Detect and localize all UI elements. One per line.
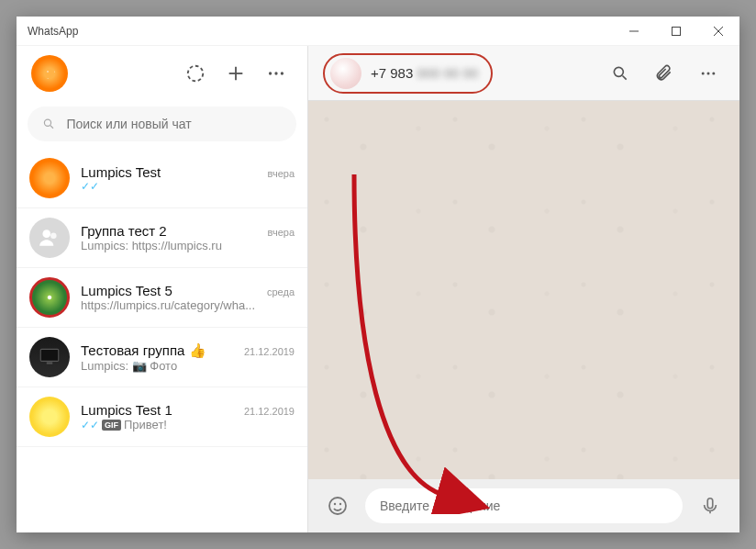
conversation-header: +7 983 000 00 00 [308, 46, 739, 101]
emoji-icon[interactable] [321, 489, 354, 522]
chat-list: Lumpics Test вчера ✓✓ Группа тест 2 вчер… [17, 149, 307, 532]
message-input-wrap[interactable] [365, 488, 683, 523]
svg-rect-1 [673, 27, 681, 35]
chat-time: среда [267, 286, 295, 297]
chat-item[interactable]: Тестовая группа 👍 21.12.2019 Lumpics: 📷 … [17, 328, 307, 387]
contact-number: +7 983 000 00 00 [371, 65, 478, 81]
chat-name: Тестовая группа 👍 [81, 342, 206, 359]
svg-rect-24 [707, 499, 713, 509]
gif-badge: GIF [102, 420, 121, 431]
titlebar: WhatsApp [17, 17, 739, 46]
read-ticks-icon: ✓✓ [81, 419, 99, 431]
chat-avatar [29, 218, 70, 258]
chat-preview: ✓✓ [81, 180, 295, 193]
contact-info[interactable]: +7 983 000 00 00 [323, 53, 493, 94]
messages-area [308, 101, 739, 479]
chat-name: Lumpics Test [81, 164, 161, 180]
mic-icon[interactable] [694, 489, 727, 522]
chat-item[interactable]: Lumpics Test 1 21.12.2019 ✓✓ GIF Привет! [17, 387, 307, 447]
minimize-button[interactable] [613, 17, 655, 45]
sidebar-header [17, 46, 307, 101]
contact-avatar [330, 58, 361, 89]
search-input[interactable] [66, 117, 282, 131]
conversation-panel: +7 983 000 00 00 [308, 46, 739, 532]
chat-preview: Lumpics: https://lumpics.ru [81, 239, 295, 252]
svg-point-8 [274, 72, 277, 74]
attach-icon[interactable] [648, 57, 681, 90]
svg-point-9 [281, 72, 284, 74]
chat-item[interactable]: Lumpics Test 5 среда https://lumpics.ru/… [17, 268, 307, 328]
chat-name: Группа тест 2 [81, 223, 167, 239]
window-controls [613, 17, 739, 45]
svg-point-10 [44, 119, 50, 126]
svg-line-17 [623, 75, 627, 79]
svg-point-4 [188, 66, 204, 82]
conversation-menu-icon[interactable] [692, 57, 725, 90]
app-window: WhatsApp [17, 17, 739, 532]
chat-preview: ✓✓ GIF Привет! [81, 418, 295, 431]
svg-rect-15 [47, 362, 53, 364]
chat-preview: Lumpics: 📷 Фото [81, 359, 295, 373]
search-row [17, 101, 307, 149]
sidebar-menu-icon[interactable] [260, 57, 293, 90]
chat-avatar [29, 277, 70, 318]
composer [308, 479, 739, 532]
chat-time: 21.12.2019 [244, 406, 295, 417]
chat-avatar [29, 337, 70, 377]
chat-item[interactable]: Lumpics Test вчера ✓✓ [17, 149, 307, 208]
chat-time: вчера [268, 168, 295, 179]
chat-time: 21.12.2019 [244, 346, 295, 357]
app-body: Lumpics Test вчера ✓✓ Группа тест 2 вчер… [17, 46, 739, 532]
chat-time: вчера [268, 227, 295, 238]
chat-name: Lumpics Test 5 [81, 283, 172, 298]
svg-point-12 [42, 230, 50, 238]
svg-point-19 [707, 72, 710, 74]
svg-point-16 [614, 67, 623, 76]
status-icon[interactable] [179, 57, 212, 90]
svg-point-13 [50, 233, 57, 240]
svg-point-20 [712, 72, 715, 74]
chat-preview: https://lumpics.ru/category/wha... [81, 298, 295, 312]
chat-item[interactable]: Группа тест 2 вчера Lumpics: https://lum… [17, 208, 307, 268]
svg-point-7 [269, 72, 272, 74]
sidebar: Lumpics Test вчера ✓✓ Группа тест 2 вчер… [17, 46, 308, 532]
annotation-arrow [345, 165, 492, 514]
svg-line-11 [50, 126, 53, 129]
maximize-button[interactable] [655, 17, 697, 45]
svg-point-18 [702, 72, 705, 74]
chat-name: Lumpics Test 1 [81, 402, 172, 418]
conversation-search-icon[interactable] [604, 57, 637, 90]
svg-point-23 [339, 503, 341, 505]
search-icon [42, 117, 55, 131]
chat-avatar [29, 397, 70, 437]
svg-point-22 [334, 503, 336, 505]
message-input[interactable] [380, 499, 668, 513]
search-box[interactable] [28, 106, 296, 141]
read-ticks-icon: ✓✓ [81, 180, 99, 193]
profile-avatar[interactable] [31, 55, 68, 92]
window-title: WhatsApp [28, 25, 613, 38]
close-button[interactable] [697, 17, 739, 45]
svg-point-21 [329, 498, 346, 514]
new-chat-icon[interactable] [219, 57, 252, 90]
chat-avatar [29, 158, 70, 198]
svg-rect-14 [40, 349, 59, 361]
